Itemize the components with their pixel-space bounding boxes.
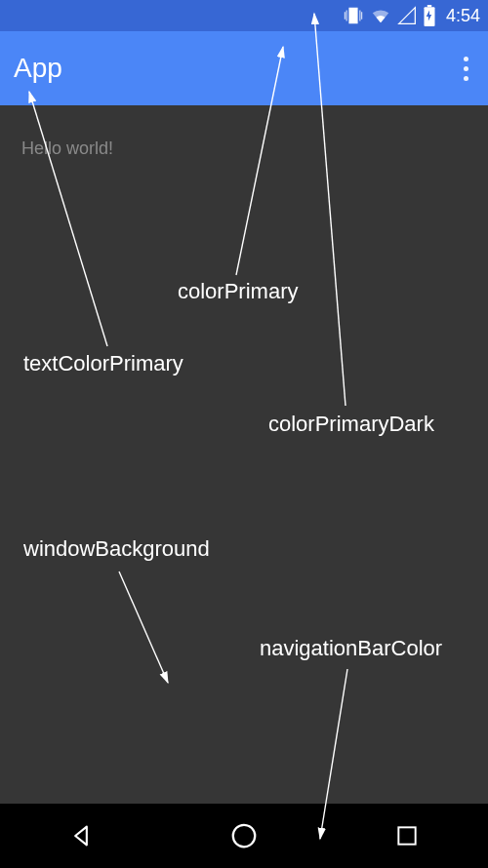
label-window-background: windowBackground [23, 536, 210, 562]
signal-icon [397, 6, 417, 25]
label-color-primary-dark: colorPrimaryDark [268, 412, 434, 437]
label-text-color-primary: textColorPrimary [23, 351, 183, 376]
svg-rect-3 [398, 827, 415, 844]
status-bar: 4:54 [0, 0, 488, 31]
label-color-primary: colorPrimary [178, 279, 298, 304]
battery-charging-icon [423, 5, 436, 26]
navigation-bar [0, 804, 488, 868]
app-bar: App [0, 31, 488, 105]
nav-back-button[interactable] [42, 816, 120, 855]
app-title: App [14, 53, 62, 84]
content-area: Hello world! colorPrimary textColorPrima… [0, 105, 488, 804]
nav-home-button[interactable] [205, 816, 283, 855]
svg-point-2 [233, 825, 256, 848]
vibrate-icon [343, 5, 364, 26]
label-navigation-bar-color: navigationBarColor [260, 636, 442, 661]
hello-text: Hello world! [21, 138, 113, 159]
svg-rect-1 [427, 5, 431, 7]
overflow-menu-icon[interactable] [458, 51, 474, 87]
wifi-icon [370, 5, 391, 26]
status-time: 4:54 [446, 6, 480, 26]
nav-recent-button[interactable] [368, 816, 446, 855]
